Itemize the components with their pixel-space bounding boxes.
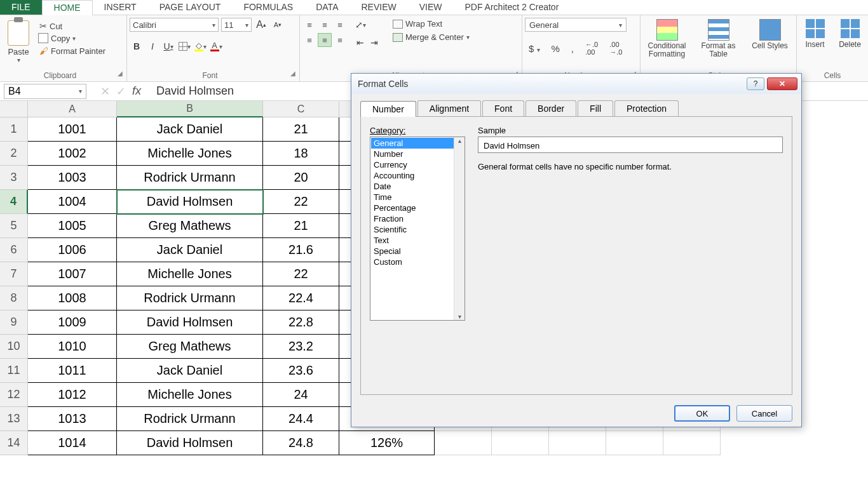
conditional-formatting-button[interactable]: Conditional Formatting xyxy=(643,18,691,60)
align-right-button[interactable]: ≡ xyxy=(333,33,347,47)
cell[interactable]: 1010 xyxy=(28,335,117,359)
fill-color-button[interactable]: ◇▾ xyxy=(193,39,207,53)
ok-button[interactable]: OK xyxy=(674,405,730,422)
insert-cells-button[interactable]: Insert xyxy=(799,18,831,50)
cell[interactable]: Rodrick Urmann xyxy=(117,407,263,431)
row-header[interactable]: 2 xyxy=(0,142,28,166)
decrease-decimal-button[interactable]: .00→.0 xyxy=(606,39,626,57)
category-item[interactable]: Custom xyxy=(371,257,464,267)
category-item[interactable]: Special xyxy=(371,246,464,257)
cell[interactable] xyxy=(606,431,663,455)
cell[interactable]: 24.8 xyxy=(263,431,339,455)
align-bottom-button[interactable]: ≡ xyxy=(333,18,347,32)
underline-button[interactable]: U▾ xyxy=(161,39,175,53)
name-box[interactable]: B4▾ xyxy=(4,84,86,99)
orientation-button[interactable]: ⤢▾ xyxy=(353,18,367,32)
row-header[interactable]: 11 xyxy=(0,359,28,383)
cell[interactable]: 1008 xyxy=(28,286,117,310)
align-left-button[interactable]: ≡ xyxy=(302,33,316,47)
dialog-tab-font[interactable]: Font xyxy=(482,100,524,116)
dialog-tab-fill[interactable]: Fill xyxy=(578,100,613,116)
font-size-select[interactable]: 11▾ xyxy=(221,18,252,32)
cell[interactable]: 1002 xyxy=(28,142,117,166)
cell[interactable]: Jack Daniel xyxy=(117,359,263,383)
row-header[interactable]: 10 xyxy=(0,335,28,359)
cell[interactable]: Rodrick Urmann xyxy=(117,166,263,190)
cell[interactable]: Greg Mathews xyxy=(117,214,263,238)
number-format-select[interactable]: General▾ xyxy=(525,18,627,32)
cell[interactable]: 1011 xyxy=(28,359,117,383)
cell[interactable]: 126% xyxy=(339,431,435,455)
cell[interactable]: 21 xyxy=(263,117,339,142)
dialog-help-button[interactable]: ? xyxy=(747,77,764,90)
cell[interactable] xyxy=(492,431,549,455)
select-all-corner[interactable] xyxy=(0,101,28,117)
cell[interactable]: 1004 xyxy=(28,190,117,214)
cell[interactable]: 1003 xyxy=(28,166,117,190)
dialog-close-button[interactable]: ✕ xyxy=(767,77,797,90)
category-item[interactable]: Time xyxy=(371,192,464,203)
delete-cells-button[interactable]: Delete xyxy=(834,18,865,50)
cell[interactable]: Rodrick Urmann xyxy=(117,286,263,310)
italic-button[interactable]: I xyxy=(146,39,159,53)
category-listbox[interactable]: GeneralNumberCurrencyAccountingDateTimeP… xyxy=(370,137,465,321)
tab-home[interactable]: HOME xyxy=(42,0,93,15)
row-header[interactable]: 8 xyxy=(0,286,28,310)
cell[interactable]: 21.6 xyxy=(263,238,339,262)
dialog-tab-protection[interactable]: Protection xyxy=(614,100,679,116)
dialog-tab-border[interactable]: Border xyxy=(526,100,576,116)
cancel-formula-button[interactable]: ✕ xyxy=(100,84,110,98)
cut-button[interactable]: ✂Cut xyxy=(37,20,108,32)
tab-insert[interactable]: INSERT xyxy=(93,0,148,15)
scroll-down-icon[interactable]: ▾ xyxy=(458,313,461,320)
clipboard-launcher[interactable]: ◢ xyxy=(118,70,124,80)
merge-center-button[interactable]: Merge & Center▾ xyxy=(389,31,473,43)
cell[interactable]: 1007 xyxy=(28,262,117,286)
category-item[interactable]: Date xyxy=(371,181,464,192)
category-item[interactable]: Scientific xyxy=(371,224,464,235)
cell[interactable]: 21 xyxy=(263,214,339,238)
decrease-font-button[interactable]: A▾ xyxy=(271,18,285,32)
cell[interactable]: 1009 xyxy=(28,310,117,335)
cell[interactable]: David Holmsen xyxy=(117,431,263,455)
cell[interactable] xyxy=(663,431,721,455)
cell[interactable]: 18 xyxy=(263,142,339,166)
row-header[interactable]: 3 xyxy=(0,166,28,190)
row-header[interactable]: 6 xyxy=(0,238,28,262)
increase-decimal-button[interactable]: ←.0.00 xyxy=(581,39,602,57)
font-name-select[interactable]: Calibri▾ xyxy=(130,18,219,32)
row-header[interactable]: 7 xyxy=(0,262,28,286)
tab-pdf-architect[interactable]: PDF Architect 2 Creator xyxy=(453,0,570,15)
tab-data[interactable]: DATA xyxy=(304,0,349,15)
row-header[interactable]: 14 xyxy=(0,431,28,455)
category-item[interactable]: Accounting xyxy=(371,170,464,181)
scroll-up-icon[interactable]: ▴ xyxy=(458,137,461,144)
cell-styles-button[interactable]: Cell Styles xyxy=(746,18,794,51)
tab-file[interactable]: FILE xyxy=(0,0,42,15)
cell[interactable]: 22.8 xyxy=(263,310,339,335)
cell[interactable]: 22 xyxy=(263,262,339,286)
bold-button[interactable]: B xyxy=(130,39,144,53)
insert-function-button[interactable]: fx xyxy=(132,84,141,98)
copy-button[interactable]: Copy▾ xyxy=(37,33,108,44)
font-launcher[interactable]: ◢ xyxy=(290,70,297,80)
cell[interactable]: Jack Daniel xyxy=(117,117,263,142)
cell[interactable] xyxy=(435,431,492,455)
row-header[interactable]: 4 xyxy=(0,190,28,214)
category-item[interactable]: Percentage xyxy=(371,203,464,213)
cell[interactable]: Jack Daniel xyxy=(117,238,263,262)
increase-indent-button[interactable]: ⇥ xyxy=(367,36,381,50)
row-header[interactable]: 1 xyxy=(0,117,28,142)
dialog-titlebar[interactable]: Format Cells ? ✕ xyxy=(351,74,801,94)
format-as-table-button[interactable]: Format as Table xyxy=(695,18,742,60)
cell[interactable]: 22 xyxy=(263,190,339,214)
dialog-tab-number[interactable]: Number xyxy=(360,101,416,117)
wrap-text-button[interactable]: Wrap Text xyxy=(389,18,473,30)
tab-view[interactable]: VIEW xyxy=(408,0,454,15)
align-middle-button[interactable]: ≡ xyxy=(318,18,332,32)
scrollbar[interactable]: ▴▾ xyxy=(454,137,465,320)
cell[interactable]: 23.2 xyxy=(263,335,339,359)
cell[interactable]: 23.6 xyxy=(263,359,339,383)
dialog-tab-alignment[interactable]: Alignment xyxy=(417,100,481,116)
category-item[interactable]: General xyxy=(371,138,464,149)
